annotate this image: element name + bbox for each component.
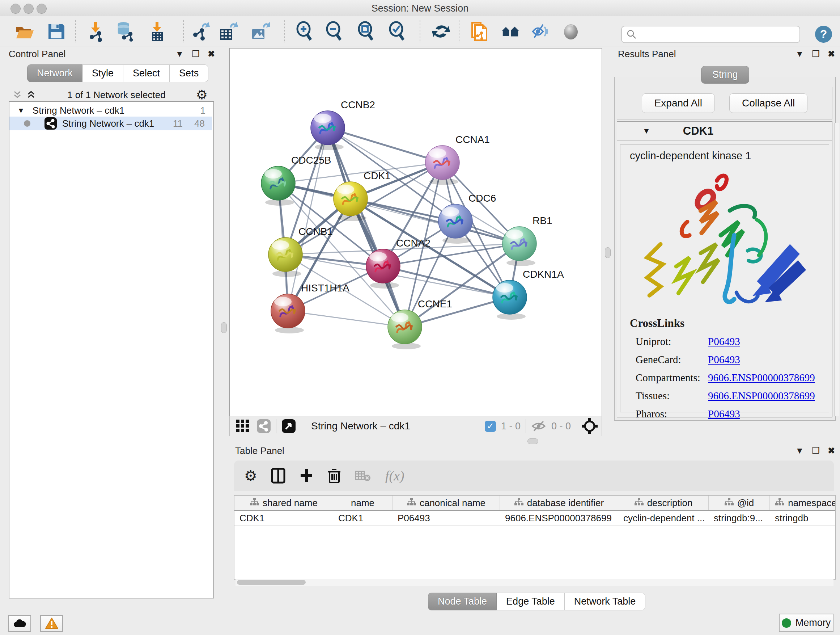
column-header-description[interactable]: description <box>618 496 709 510</box>
network-node-CCNB2[interactable]: CCNB2 <box>311 99 375 150</box>
tab-string[interactable]: String <box>701 66 749 84</box>
sphere-icon[interactable] <box>561 21 581 42</box>
export-image-icon[interactable] <box>250 21 270 42</box>
zoom-in-icon[interactable] <box>295 21 315 42</box>
column-header-namespace[interactable]: namespace <box>770 496 836 510</box>
show-columns-icon[interactable] <box>271 468 286 484</box>
grid-view-icon[interactable] <box>235 419 250 433</box>
panel-menu-icon[interactable]: ▼ <box>175 49 184 59</box>
memory-button[interactable]: Memory <box>779 614 834 632</box>
delete-table-icon <box>355 469 371 482</box>
collection-expand-icon[interactable]: ▼ <box>17 106 25 115</box>
panel-menu-icon[interactable]: ▼ <box>796 446 804 456</box>
network-label: String Network – cdk1 <box>62 118 173 129</box>
table-hscrollbar-thumb[interactable] <box>237 580 306 585</box>
network-node-HIST1H1A[interactable]: HIST1H1A <box>271 282 349 333</box>
table-hscrollbar[interactable] <box>235 579 834 586</box>
zoom-fit-icon[interactable] <box>356 21 377 42</box>
network-edge[interactable] <box>328 128 442 163</box>
search-icon <box>626 29 637 40</box>
network-row[interactable]: String Network – cdk1 11 48 <box>9 117 212 130</box>
panel-close-icon[interactable]: ✖ <box>208 49 215 59</box>
tab-style[interactable]: Style <box>82 65 123 82</box>
tab-network-table[interactable]: Network Table <box>565 593 646 610</box>
section-collapse-icon[interactable]: ▼ <box>643 126 651 136</box>
table-row[interactable]: CDK1CDK1P064939606.ENSP00000378699cyclin… <box>234 511 835 526</box>
apply-layout-icon[interactable] <box>431 21 451 42</box>
crosslink-value-link[interactable]: 9606.ENSP00000378699 <box>708 390 815 402</box>
warning-button[interactable] <box>40 615 63 632</box>
delete-column-icon[interactable] <box>327 467 341 484</box>
splitter-handle[interactable] <box>221 322 227 333</box>
string-document-icon[interactable] <box>469 21 489 42</box>
cloud-button[interactable] <box>8 615 31 632</box>
cloud-icon <box>13 618 27 629</box>
export-network-icon[interactable] <box>191 21 211 42</box>
export-table-icon[interactable] <box>218 21 238 42</box>
network-canvas[interactable]: CCNB2CCNA1CDC25BCDK1CDC6RB1CCNB1CCNA2CDK… <box>229 48 602 416</box>
table-cell[interactable]: stringdb <box>770 511 836 525</box>
search-input[interactable] <box>637 29 790 40</box>
panel-menu-icon[interactable]: ▼ <box>796 49 804 59</box>
column-header-id[interactable]: @id <box>709 496 770 510</box>
network-badge-icon[interactable] <box>256 419 271 433</box>
home-icon[interactable] <box>500 21 521 42</box>
results-scrollbar[interactable] <box>834 123 839 416</box>
column-header-databaseidentifier[interactable]: database identifier <box>500 496 618 510</box>
crosslink-value-link[interactable]: P06493 <box>708 354 740 366</box>
tab-select[interactable]: Select <box>123 65 170 82</box>
network-edge[interactable] <box>288 311 405 327</box>
table-cell[interactable]: P06493 <box>393 511 500 525</box>
tab-node-table[interactable]: Node Table <box>428 593 497 610</box>
panel-float-icon[interactable]: ❐ <box>192 49 200 59</box>
tab-edge-table[interactable]: Edge Table <box>497 593 565 610</box>
open-session-icon[interactable] <box>14 21 35 42</box>
table-settings-gear-icon[interactable]: ⚙ <box>244 467 257 484</box>
table-cell[interactable]: CDK1 <box>333 511 393 525</box>
panel-close-icon[interactable]: ✖ <box>828 49 835 59</box>
tab-sets[interactable]: Sets <box>170 65 208 82</box>
zoom-selected-icon[interactable] <box>387 21 408 42</box>
network-node-RB1[interactable]: RB1 <box>502 215 552 266</box>
network-node-CCNA1[interactable]: CCNA1 <box>425 134 490 185</box>
crosslink-value-link[interactable]: P06493 <box>708 408 740 420</box>
crosslink-value-link[interactable]: 9606.ENSP00000378699 <box>708 372 815 384</box>
network-node-CCNB1[interactable]: CCNB1 <box>268 226 333 277</box>
splitter-handle[interactable] <box>527 439 538 444</box>
collapse-all-icon[interactable] <box>12 90 23 100</box>
collapse-all-button[interactable]: Collapse All <box>729 93 807 113</box>
selected-checkbox-icon[interactable]: ✓ <box>485 421 496 432</box>
expand-all-icon[interactable] <box>26 90 37 100</box>
gear-icon[interactable]: ⚙ <box>196 87 208 103</box>
splitter-handle[interactable] <box>605 247 611 258</box>
column-header-name[interactable]: name <box>333 496 393 510</box>
panel-float-icon[interactable]: ❐ <box>812 49 820 59</box>
gene-section-header[interactable]: ▼ CDK1 <box>617 122 832 141</box>
import-network-icon[interactable] <box>85 21 106 42</box>
network-node-CCNA2[interactable]: CCNA2 <box>366 238 431 288</box>
help-icon[interactable]: ? <box>815 26 832 43</box>
import-table-icon[interactable] <box>147 21 167 42</box>
add-column-icon[interactable] <box>299 468 314 484</box>
table-cell[interactable]: CDK1 <box>234 511 333 525</box>
crosslink-value-link[interactable]: P06493 <box>708 336 740 348</box>
table-cell[interactable]: stringdb:9... <box>709 511 770 525</box>
table-cell[interactable]: 9606.ENSP00000378699 <box>500 511 618 525</box>
save-session-icon[interactable] <box>46 21 66 42</box>
network-collection-row[interactable]: ▼ String Network – cdk1 1 <box>9 104 212 117</box>
title-bar: Session: New Session <box>0 0 840 16</box>
import-network-database-icon[interactable] <box>115 21 135 42</box>
panel-float-icon[interactable]: ❐ <box>812 446 820 456</box>
column-header-sharedname[interactable]: shared name <box>234 496 333 510</box>
network-node-CDKN1A[interactable]: CDKN1A <box>493 269 564 320</box>
tab-network[interactable]: Network <box>27 65 82 82</box>
expand-all-button[interactable]: Expand All <box>642 93 715 113</box>
enhanced-graphics-icon[interactable] <box>531 21 551 42</box>
table-cell[interactable]: cyclin-dependent ... <box>618 511 709 525</box>
open-in-new-window-icon[interactable] <box>281 419 296 433</box>
zoom-out-icon[interactable] <box>325 21 345 42</box>
birdseye-view-icon[interactable] <box>581 418 598 434</box>
panel-close-icon[interactable]: ✖ <box>828 446 835 456</box>
node-table[interactable]: shared namenamecanonical namedatabase id… <box>234 495 836 580</box>
column-header-canonicalname[interactable]: canonical name <box>393 496 500 510</box>
